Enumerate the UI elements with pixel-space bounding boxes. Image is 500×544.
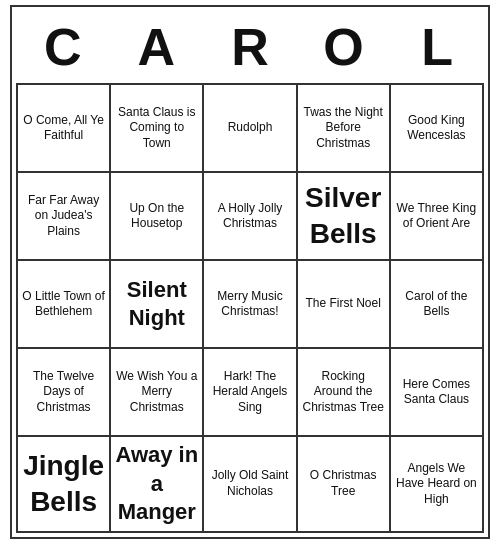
cell-1-0: Far Far Away on Judea's Plains — [18, 173, 111, 261]
header-letter-c: C — [18, 17, 108, 77]
bingo-card: CAROL O Come, All Ye FaithfulSanta Claus… — [10, 5, 490, 539]
header-letter-a: A — [111, 17, 201, 77]
cell-3-1: We Wish You a Merry Christmas — [111, 349, 204, 437]
cell-0-2: Rudolph — [204, 85, 297, 173]
cell-3-2: Hark! The Herald Angels Sing — [204, 349, 297, 437]
cell-4-4: Angels We Have Heard on High — [391, 437, 484, 533]
cell-2-3: The First Noel — [298, 261, 391, 349]
cell-4-3: O Christmas Tree — [298, 437, 391, 533]
cell-2-0: O Little Town of Bethlehem — [18, 261, 111, 349]
cell-0-0: O Come, All Ye Faithful — [18, 85, 111, 173]
cell-4-2: Jolly Old Saint Nicholas — [204, 437, 297, 533]
cell-1-1: Up On the Housetop — [111, 173, 204, 261]
cell-0-4: Good King Wenceslas — [391, 85, 484, 173]
cell-3-0: The Twelve Days of Christmas — [18, 349, 111, 437]
bingo-grid: O Come, All Ye FaithfulSanta Claus is Co… — [16, 83, 484, 533]
cell-2-2: Merry Music Christmas! — [204, 261, 297, 349]
cell-2-1: Silent Night — [111, 261, 204, 349]
header-letter-r: R — [205, 17, 295, 77]
cell-0-3: Twas the Night Before Christmas — [298, 85, 391, 173]
cell-4-1: Away in a Manger — [111, 437, 204, 533]
header-letter-o: O — [299, 17, 389, 77]
cell-4-0: Jingle Bells — [18, 437, 111, 533]
cell-1-3: Silver Bells — [298, 173, 391, 261]
cell-1-4: We Three King of Orient Are — [391, 173, 484, 261]
cell-0-1: Santa Claus is Coming to Town — [111, 85, 204, 173]
cell-2-4: Carol of the Bells — [391, 261, 484, 349]
cell-3-3: Rocking Around the Christmas Tree — [298, 349, 391, 437]
header-letter-l: L — [392, 17, 482, 77]
cell-1-2: A Holly Jolly Christmas — [204, 173, 297, 261]
cell-3-4: Here Comes Santa Claus — [391, 349, 484, 437]
bingo-header: CAROL — [16, 11, 484, 83]
